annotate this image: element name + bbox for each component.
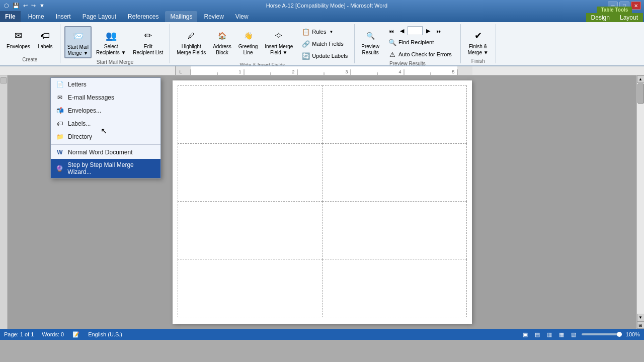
file-tab[interactable]: File bbox=[0, 11, 21, 22]
zoom-level: 100% bbox=[626, 331, 640, 337]
highlight-merge-button[interactable]: 🖊 Highlight Merge Fields bbox=[174, 26, 208, 57]
preview-results-button[interactable]: 🔍 Preview Results bbox=[359, 26, 382, 57]
prev-record-button[interactable]: ◀ bbox=[397, 26, 407, 36]
letters-menu-icon: 📄 bbox=[56, 80, 64, 88]
table-cell[interactable] bbox=[322, 86, 466, 144]
svg-text:2: 2 bbox=[292, 69, 294, 74]
more-qa-btn[interactable]: ▼ bbox=[38, 2, 46, 10]
select-recipients-button[interactable]: 👥 Select Recipients ▼ bbox=[94, 26, 128, 57]
edit-recipient-list-label: Edit Recipient List bbox=[133, 44, 163, 56]
menu-item-envelopes[interactable]: 📬 Envelopes... bbox=[51, 104, 160, 117]
scroll-up-button[interactable]: ▲ bbox=[637, 75, 645, 83]
finish-group-label: Finish bbox=[471, 57, 485, 64]
undo-qa-btn[interactable]: ↩ bbox=[22, 2, 29, 10]
word-icon: ⬡ bbox=[3, 2, 10, 10]
rules-label: Rules bbox=[312, 29, 326, 35]
left-sidebar bbox=[0, 75, 8, 329]
match-fields-button[interactable]: 🔗 Match Fields bbox=[299, 38, 350, 49]
address-block-button[interactable]: 🏠 Address Block bbox=[210, 26, 234, 57]
table-cell[interactable] bbox=[178, 259, 322, 317]
page-layout-tab[interactable]: Page Layout bbox=[77, 11, 121, 22]
table-cell[interactable] bbox=[322, 144, 466, 202]
menu-item-letters[interactable]: 📄 Letters bbox=[51, 78, 160, 91]
table-cell[interactable] bbox=[322, 259, 466, 317]
edit-recipient-icon: ✏ bbox=[140, 28, 156, 44]
menu-item-directory-label: Directory bbox=[68, 133, 92, 140]
zoom-fit-button[interactable]: ⊞ bbox=[637, 321, 645, 329]
next-record-button[interactable]: ▶ bbox=[424, 26, 433, 36]
zoom-slider[interactable] bbox=[582, 333, 622, 335]
labels-label: Labels bbox=[38, 44, 52, 50]
find-recipient-button[interactable]: 🔍 Find Recipient bbox=[386, 37, 454, 48]
greeting-line-button[interactable]: 👋 Greeting Line bbox=[236, 26, 260, 57]
web-layout-icon[interactable]: ▥ bbox=[545, 330, 553, 338]
insert-merge-field-button[interactable]: ⧼⧽ Insert Merge Field ▼ bbox=[262, 26, 295, 57]
edit-recipient-list-button[interactable]: ✏ Edit Recipient List bbox=[130, 26, 166, 57]
full-screen-icon[interactable]: ▤ bbox=[533, 330, 541, 338]
update-labels-label: Update Labels bbox=[312, 53, 348, 59]
ruler: // Inline script in SVG won't work — use… bbox=[0, 66, 644, 75]
start-mail-merge-label: Start Mail Merge ▼ bbox=[67, 44, 89, 56]
menu-item-email[interactable]: ✉ E-mail Messages bbox=[51, 91, 160, 104]
auto-check-button[interactable]: ⚠ Auto Check for Errors bbox=[386, 49, 454, 60]
first-record-button[interactable]: ⏮ bbox=[386, 26, 396, 36]
svg-text:4: 4 bbox=[398, 69, 401, 74]
outline-icon[interactable]: ▦ bbox=[557, 330, 566, 338]
finish-merge-button[interactable]: ✔ Finish & Merge ▼ bbox=[465, 26, 491, 57]
spell-check-icon[interactable]: 📝 bbox=[72, 330, 80, 338]
ribbon: ✉ Envelopes 🏷 Labels Create 📨 Start Mail… bbox=[0, 22, 644, 66]
review-tab[interactable]: Review bbox=[199, 11, 228, 22]
envelopes-label: Envelopes bbox=[7, 44, 30, 50]
scroll-down-button[interactable]: ▼ bbox=[637, 314, 645, 321]
start-mail-merge-icon: 📨 bbox=[70, 28, 86, 44]
envelopes-button[interactable]: ✉ Envelopes bbox=[4, 26, 33, 51]
last-record-button[interactable]: ⏭ bbox=[434, 26, 444, 36]
redo-qa-btn[interactable]: ↪ bbox=[30, 2, 37, 10]
preview-results-label: Preview Results bbox=[361, 44, 379, 56]
labels-icon: 🏷 bbox=[37, 28, 53, 44]
table-cell[interactable] bbox=[178, 202, 322, 259]
menu-item-directory[interactable]: 📁 Directory bbox=[51, 130, 160, 143]
layout-tab[interactable]: Layout bbox=[615, 13, 643, 22]
record-input[interactable] bbox=[408, 26, 423, 35]
find-recipient-icon: 🔍 bbox=[388, 38, 396, 46]
rules-button[interactable]: 📋 Rules ▼ bbox=[299, 26, 350, 37]
labels-button[interactable]: 🏷 Labels bbox=[35, 26, 56, 51]
mailings-tab[interactable]: Mailings bbox=[165, 11, 197, 22]
menu-item-wizard[interactable]: 🔮 Step by Step Mail Merge Wizard... bbox=[51, 159, 160, 178]
print-layout-icon[interactable]: ▣ bbox=[521, 330, 529, 338]
start-mail-merge-button[interactable]: 📨 Start Mail Merge ▼ bbox=[64, 26, 92, 58]
create-group: ✉ Envelopes 🏷 Labels Create bbox=[0, 24, 60, 63]
design-tab[interactable]: Design bbox=[586, 13, 615, 22]
home-tab[interactable]: Home bbox=[23, 11, 49, 22]
table-row bbox=[178, 259, 466, 317]
scroll-thumb[interactable] bbox=[637, 83, 644, 104]
document-table bbox=[178, 85, 467, 317]
draft-icon[interactable]: ▧ bbox=[570, 330, 578, 338]
rules-icon: 📋 bbox=[302, 28, 310, 36]
table-row bbox=[178, 86, 466, 144]
insert-tab[interactable]: Insert bbox=[51, 11, 76, 22]
menu-item-normal-word[interactable]: W Normal Word Document bbox=[51, 146, 160, 159]
wizard-menu-icon: 🔮 bbox=[56, 164, 63, 172]
preview-results-icon: 🔍 bbox=[362, 28, 378, 44]
start-mail-merge-dropdown: 📄 Letters ✉ E-mail Messages 📬 Envelopes.… bbox=[50, 77, 161, 178]
insert-merge-field-icon: ⧼⧽ bbox=[271, 28, 287, 44]
svg-text:L: L bbox=[179, 69, 182, 74]
word-doc-menu-icon: W bbox=[56, 148, 64, 156]
save-qa-btn[interactable]: 💾 bbox=[12, 2, 21, 10]
zoom-thumb[interactable] bbox=[617, 332, 622, 337]
references-tab[interactable]: References bbox=[123, 11, 164, 22]
table-cell[interactable] bbox=[178, 86, 322, 144]
menu-item-envelopes-label: Envelopes... bbox=[68, 107, 101, 114]
table-cell[interactable] bbox=[178, 144, 322, 202]
update-labels-icon: 🔄 bbox=[302, 52, 310, 60]
update-labels-button[interactable]: 🔄 Update Labels bbox=[299, 50, 350, 61]
menu-item-wizard-label: Step by Step Mail Merge Wizard... bbox=[67, 161, 155, 175]
insert-merge-field-label: Insert Merge Field ▼ bbox=[265, 44, 293, 56]
view-tab[interactable]: View bbox=[230, 11, 254, 22]
table-cell[interactable] bbox=[322, 202, 466, 259]
menu-item-labels-label: Labels... bbox=[68, 120, 91, 127]
directory-menu-icon: 📁 bbox=[56, 133, 64, 141]
menu-item-labels[interactable]: 🏷 Labels... bbox=[51, 117, 160, 130]
